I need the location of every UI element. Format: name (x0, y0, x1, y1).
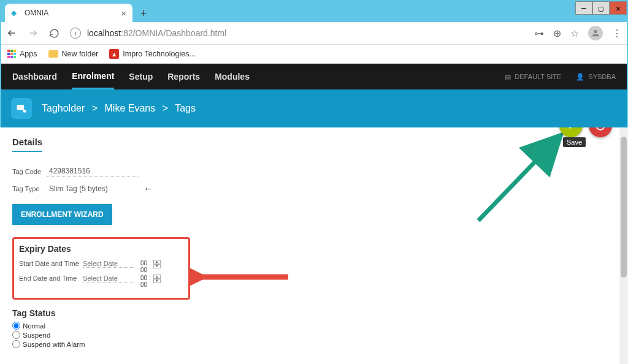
end-date-row: End Date and Time 00 : 00 ▲▼ (19, 275, 181, 288)
tab-favicon-icon: ◆ (11, 9, 20, 17)
start-hh[interactable]: 00 (140, 260, 147, 267)
tab-title: OMNIA (25, 9, 121, 17)
end-time: 00 : 00 (140, 275, 151, 288)
content: Details Tag Code 4298381516 Tag Type Sli… (0, 127, 628, 362)
expiry-dates-box: Expiry Dates Start Date and Time 00 : 00… (12, 237, 190, 300)
tag-code-label: Tag Code (12, 168, 47, 175)
start-date-input[interactable] (83, 260, 134, 268)
browser-tab[interactable]: ◆ OMNIA × (5, 4, 132, 22)
window-close-button[interactable]: ✕ (610, 1, 627, 15)
end-hh[interactable]: 00 (140, 275, 147, 281)
tag-code-row: Tag Code 4298381516 (12, 165, 616, 177)
tab-close-icon[interactable]: × (121, 8, 126, 18)
status-suspend-alarm[interactable]: Suspend with Alarm (12, 340, 616, 348)
status-label: Suspend (23, 332, 50, 339)
tag-type-arrow-icon[interactable]: ← (144, 183, 153, 194)
status-normal-radio[interactable] (12, 322, 20, 330)
status-suspend-radio[interactable] (12, 331, 20, 339)
window-controls: — ▢ ✕ (575, 1, 627, 15)
floating-actions: Save (559, 127, 612, 137)
window-minimize-button[interactable]: — (575, 1, 592, 15)
end-mm[interactable]: 00 (140, 281, 147, 288)
end-date-label: End Date and Time (19, 275, 83, 282)
page-body: Save Details Tag Code 4298381516 Tag Typ… (0, 127, 628, 364)
start-date-label: Start Date and Time (19, 260, 83, 267)
status-normal[interactable]: Normal (12, 322, 616, 330)
end-time-stepper[interactable]: ▲▼ (153, 275, 161, 283)
window-maximize-button[interactable]: ▢ (592, 1, 610, 15)
save-button[interactable]: Save (559, 127, 583, 137)
scrollbar-track[interactable] (619, 127, 628, 364)
enrollment-wizard-button[interactable]: ENROLLMENT WIZARD (12, 204, 112, 225)
tag-type-value[interactable]: Slim Tag (5 bytes) (47, 183, 139, 194)
expiry-title: Expiry Dates (19, 244, 181, 254)
tag-type-label: Tag Type (12, 185, 47, 192)
tag-status-title: Tag Status (12, 308, 616, 318)
tag-code-value[interactable]: 4298381516 (47, 165, 139, 177)
status-label: Normal (23, 322, 45, 330)
status-label: Suspend with Alarm (23, 341, 85, 348)
revert-button[interactable] (589, 127, 612, 137)
start-mm[interactable]: 00 (140, 267, 147, 273)
start-time: 00 : 00 (140, 260, 151, 273)
start-time-stepper[interactable]: ▲▼ (153, 260, 161, 268)
status-suspend[interactable]: Suspend (12, 331, 616, 339)
scrollbar-thumb[interactable] (621, 137, 627, 278)
tag-type-row: Tag Type Slim Tag (5 bytes) ← (12, 183, 616, 194)
save-tooltip: Save (563, 137, 586, 147)
status-suspend-alarm-radio[interactable] (12, 340, 20, 348)
details-heading: Details (12, 137, 42, 152)
end-date-input[interactable] (83, 275, 134, 282)
start-date-row: Start Date and Time 00 : 00 ▲▼ (19, 260, 181, 273)
